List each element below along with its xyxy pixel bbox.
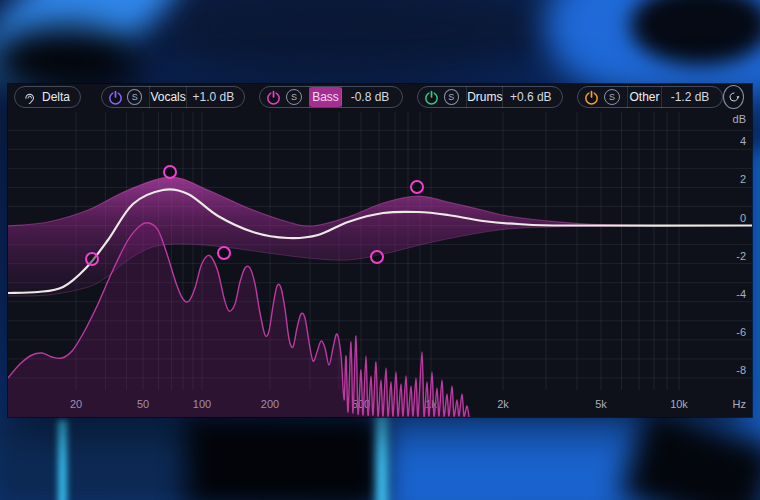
svg-text:dB: dB: [733, 113, 746, 125]
dynamic-band-fill: [8, 177, 648, 296]
svg-text:2: 2: [740, 173, 746, 185]
delta-label: Delta: [42, 90, 70, 104]
band-group-vocals: S Vocals +1.0 dB: [101, 86, 245, 108]
band-gain-bass[interactable]: -0.8 dB: [342, 90, 398, 104]
eq-band-handle[interactable]: [371, 251, 383, 263]
svg-text:4: 4: [740, 135, 746, 147]
power-icon[interactable]: [264, 88, 283, 107]
delta-button[interactable]: Delta: [14, 86, 81, 108]
band-gain-vocals[interactable]: +1.0 dB: [187, 90, 240, 104]
power-icon[interactable]: [582, 88, 601, 107]
band-group-drums: S Drums +0.6 dB: [417, 86, 563, 108]
band-gain-drums[interactable]: +0.6 dB: [503, 90, 558, 104]
svg-text:0: 0: [740, 212, 746, 224]
svg-text:2k: 2k: [497, 398, 509, 410]
reset-icon: [726, 89, 742, 105]
toolbar: Delta S Vocals +1.0 dB: [8, 84, 752, 110]
svg-text:-8: -8: [736, 364, 746, 376]
wallpaper-shape: [150, 0, 580, 80]
wallpaper-shape: [0, 415, 200, 500]
band-name-other[interactable]: Other: [628, 90, 661, 104]
svg-text:5k: 5k: [595, 398, 607, 410]
eq-band-handle[interactable]: [411, 181, 423, 193]
eq-graph-area[interactable]: dB420-2-4-6-820501002005001k2k5k10kHz: [8, 110, 752, 417]
power-icon[interactable]: [106, 88, 124, 107]
svg-text:-4: -4: [736, 288, 746, 300]
power-icon[interactable]: [422, 88, 441, 107]
solo-button[interactable]: S: [127, 89, 142, 105]
band-gain-other[interactable]: -1.2 dB: [662, 90, 718, 104]
solo-button[interactable]: S: [286, 89, 302, 105]
wallpaper-shape: [376, 414, 388, 500]
solo-button[interactable]: S: [444, 89, 460, 105]
ear-icon: [22, 90, 37, 105]
svg-text:-6: -6: [736, 326, 746, 338]
band-group-bass: S Bass -0.8 dB: [259, 86, 403, 108]
svg-text:10k: 10k: [670, 398, 688, 410]
eq-band-handle[interactable]: [164, 166, 176, 178]
eq-graph[interactable]: dB420-2-4-6-820501002005001k2k5k10kHz: [8, 110, 752, 417]
plugin-window: Delta S Vocals +1.0 dB: [8, 84, 752, 417]
svg-text:-2: -2: [736, 250, 746, 262]
band-name-drums[interactable]: Drums: [467, 90, 502, 104]
wallpaper-shape: [58, 420, 67, 500]
wallpaper-shape: [185, 415, 385, 500]
svg-text:Hz: Hz: [733, 398, 746, 410]
eq-band-handle[interactable]: [218, 247, 230, 259]
band-group-other: S Other -1.2 dB: [577, 86, 723, 108]
band-name-vocals[interactable]: Vocals: [150, 90, 185, 104]
solo-button[interactable]: S: [604, 89, 620, 105]
band-name-bass-selected[interactable]: Bass: [309, 87, 342, 107]
band-groups: S Vocals +1.0 dB S: [101, 86, 723, 108]
eq-band-handle[interactable]: [86, 253, 98, 265]
reset-button[interactable]: [723, 85, 744, 109]
desktop-wallpaper: Delta S Vocals +1.0 dB: [0, 0, 760, 500]
